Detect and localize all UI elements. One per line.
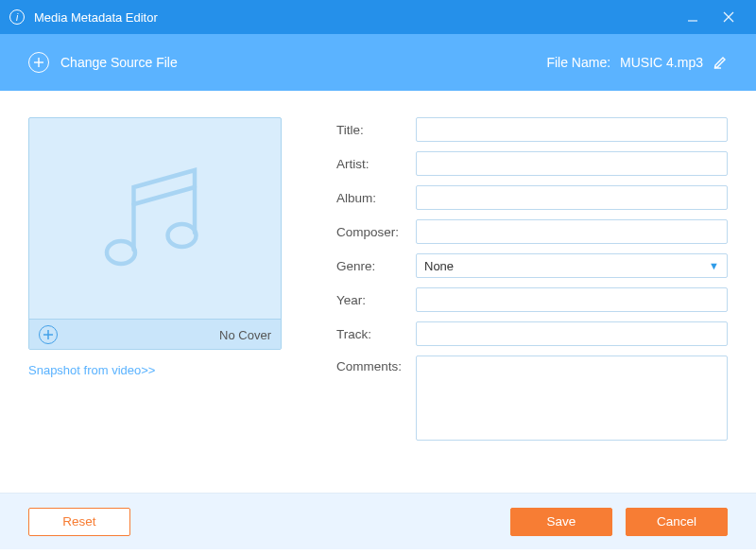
genre-select[interactable]: None ▼ bbox=[416, 253, 728, 278]
minimize-button[interactable] bbox=[675, 0, 711, 34]
change-source-file-button[interactable]: Change Source File bbox=[28, 52, 178, 73]
genre-value: None bbox=[424, 259, 454, 273]
cover-panel: No Cover Snapshot from video>> bbox=[28, 117, 282, 450]
save-button[interactable]: Save bbox=[510, 508, 612, 536]
file-name-value: MUSIC 4.mp3 bbox=[620, 55, 703, 70]
snapshot-from-video-link[interactable]: Snapshot from video>> bbox=[28, 363, 282, 377]
genre-label: Genre: bbox=[336, 259, 416, 273]
no-cover-label: No Cover bbox=[219, 328, 271, 342]
cover-box: No Cover bbox=[28, 117, 282, 350]
cover-art-placeholder bbox=[29, 118, 281, 319]
svg-point-6 bbox=[107, 241, 135, 264]
year-input[interactable] bbox=[416, 287, 728, 312]
title-input[interactable] bbox=[416, 117, 728, 142]
artist-label: Artist: bbox=[336, 157, 416, 171]
add-cover-button[interactable] bbox=[39, 325, 58, 344]
composer-input[interactable] bbox=[416, 219, 728, 244]
reset-button[interactable]: Reset bbox=[28, 508, 130, 536]
composer-label: Composer: bbox=[336, 225, 416, 239]
window-title: Media Metadata Editor bbox=[34, 10, 675, 25]
titlebar: i Media Metadata Editor bbox=[0, 0, 756, 34]
album-label: Album: bbox=[336, 191, 416, 205]
svg-point-7 bbox=[168, 224, 197, 247]
info-icon: i bbox=[9, 9, 25, 25]
title-label: Title: bbox=[336, 123, 416, 137]
year-label: Year: bbox=[336, 293, 416, 307]
track-label: Track: bbox=[336, 327, 416, 341]
track-input[interactable] bbox=[416, 321, 728, 346]
close-button[interactable] bbox=[711, 0, 747, 34]
album-input[interactable] bbox=[416, 185, 728, 210]
cancel-button[interactable]: Cancel bbox=[626, 508, 728, 536]
comments-input[interactable] bbox=[416, 356, 728, 441]
change-source-label: Change Source File bbox=[60, 55, 178, 70]
content-area: No Cover Snapshot from video>> Title: Ar… bbox=[0, 91, 756, 450]
plus-icon bbox=[28, 52, 49, 73]
chevron-down-icon: ▼ bbox=[709, 260, 719, 271]
edit-filename-button[interactable] bbox=[713, 54, 728, 72]
file-name-label: File Name: bbox=[546, 55, 610, 70]
fields-panel: Title: Artist: Album: Composer: Genre: N… bbox=[336, 117, 728, 450]
artist-input[interactable] bbox=[416, 151, 728, 176]
music-note-icon bbox=[84, 147, 226, 289]
comments-label: Comments: bbox=[336, 356, 416, 373]
file-name-group: File Name: MUSIC 4.mp3 bbox=[546, 54, 728, 72]
toolbar: Change Source File File Name: MUSIC 4.mp… bbox=[0, 34, 756, 91]
cover-toolbar: No Cover bbox=[29, 319, 281, 350]
footer: Reset Save Cancel bbox=[0, 493, 756, 549]
